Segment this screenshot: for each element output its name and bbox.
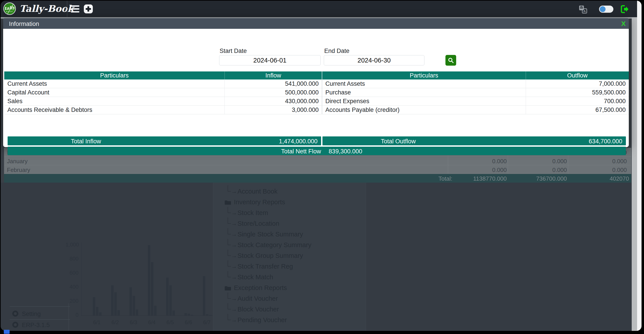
search-button[interactable] bbox=[446, 55, 456, 66]
menu-item-label: Inventory Reports bbox=[234, 198, 285, 206]
chart-bar bbox=[118, 310, 120, 316]
month-value: 0.000 bbox=[612, 158, 627, 165]
menu-item-label: Audit Voucher bbox=[238, 295, 278, 302]
chart-xtick: 6/7 bbox=[200, 319, 214, 326]
chart-bar bbox=[172, 311, 175, 316]
header-particulars-outflow: Particulars bbox=[322, 71, 526, 79]
menu-item-label: Stock Group Summary bbox=[238, 252, 303, 259]
chart-bar bbox=[114, 292, 117, 316]
end-date-input[interactable] bbox=[324, 55, 424, 65]
footer-divider-2 bbox=[10, 319, 70, 320]
month-value: 0.000 bbox=[612, 167, 627, 173]
total-inflow-value: 1,474,000.000 bbox=[279, 138, 318, 145]
modal-header: Information X bbox=[3, 18, 629, 29]
total-nett-flow-value: 839,300.000 bbox=[321, 147, 362, 155]
tree-connector bbox=[228, 314, 231, 320]
total-nett-flow-bar: Total Nett Flow 839,300.000 bbox=[8, 147, 626, 155]
chart-bar bbox=[191, 315, 193, 316]
background-total-value: 402070 bbox=[610, 175, 629, 182]
table-row-inflow-name: Current Assets bbox=[4, 79, 224, 88]
menu-icon[interactable] bbox=[71, 5, 80, 13]
tree-connector bbox=[228, 293, 231, 299]
information-modal: Information X Start Date End Date Partic… bbox=[3, 18, 629, 147]
month-value: 0.000 bbox=[492, 167, 507, 173]
table-row-outflow-value: 559,500.000 bbox=[526, 88, 629, 97]
column-divider bbox=[508, 157, 508, 165]
menu-item-stock-transfer-reg: →Stock Transfer Reg bbox=[213, 263, 366, 271]
search-icon bbox=[447, 57, 454, 64]
background-total-value: 1138770.000 bbox=[473, 175, 507, 182]
start-date-input[interactable] bbox=[219, 55, 321, 65]
header-particulars-inflow: Particulars bbox=[4, 71, 224, 79]
menu-item-label: Block Voucher bbox=[238, 306, 279, 313]
top-navbar: tally BOOK Tally-Book A bbox=[1, 1, 637, 17]
background-menu: →Account BookInventory Reports→Stock Ite… bbox=[213, 183, 366, 331]
chart-bar bbox=[99, 312, 102, 316]
add-icon[interactable] bbox=[84, 4, 93, 13]
background-total-row: Total: 1138770.000736700.000402070 bbox=[4, 174, 631, 183]
scrollbar[interactable] bbox=[632, 17, 637, 331]
menu-item-single-stock-summary: →Single Stock Summary bbox=[213, 230, 366, 238]
arrow-icon: → bbox=[231, 274, 237, 281]
arrow-icon: → bbox=[231, 220, 237, 227]
logout-icon[interactable] bbox=[620, 4, 630, 14]
chart-bar bbox=[169, 285, 172, 316]
arrow-icon: → bbox=[231, 263, 237, 270]
menu-item-label: Exception Reports bbox=[234, 284, 287, 292]
chart-x-axis bbox=[81, 316, 213, 316]
close-icon[interactable]: X bbox=[621, 20, 626, 27]
menu-item-account-book: →Account Book bbox=[213, 187, 366, 195]
folder-icon bbox=[224, 285, 231, 293]
chart-bar bbox=[111, 285, 114, 316]
app-logo: tally BOOK bbox=[3, 2, 16, 15]
tree-connector bbox=[228, 260, 231, 267]
version-label: ERP-3.1.5 bbox=[22, 322, 50, 329]
menu-item-label: Account Book bbox=[238, 188, 278, 195]
total-outflow-value: 634,700.000 bbox=[589, 138, 622, 145]
header-outflow: Outflow bbox=[526, 71, 629, 79]
version-icon bbox=[12, 322, 18, 328]
chart-bar bbox=[148, 245, 150, 316]
tree-connector bbox=[228, 271, 231, 277]
modal-body: Start Date End Date Particulars Inflow P… bbox=[3, 29, 629, 147]
app-title: Tally-Book bbox=[20, 3, 74, 14]
chart-y-axis bbox=[81, 242, 82, 316]
tree-connector bbox=[228, 250, 231, 256]
chart-xtick: 6/2 bbox=[108, 319, 122, 326]
chart-bar bbox=[188, 314, 190, 316]
menu-item-pending-voucher: →Pending Voucher bbox=[213, 316, 366, 324]
chart-bar bbox=[132, 296, 135, 316]
menu-item-label: Stock Item bbox=[238, 209, 268, 217]
arrow-icon: → bbox=[231, 317, 237, 324]
background-table-row: February0.0000.0000.000 bbox=[4, 165, 631, 174]
tree-connector bbox=[228, 303, 231, 310]
total-outflow-bar: Total Outflow 634,700.000 bbox=[322, 136, 626, 145]
table-row-inflow-value: 430,000.000 bbox=[224, 97, 322, 106]
chart-ytick: 800 bbox=[66, 256, 78, 262]
arrow-icon: → bbox=[231, 231, 237, 238]
navbar-divider bbox=[67, 1, 67, 17]
background-bar-chart: 1,00080060040020006/16/26/36/46/56/66/7 bbox=[66, 241, 222, 330]
month-value: 0.000 bbox=[552, 167, 567, 173]
total-inflow-bar: Total Inflow 1,474,000.000 bbox=[8, 136, 321, 145]
end-date-label: End Date bbox=[324, 48, 350, 54]
chart-bar bbox=[136, 310, 138, 316]
table-row-outflow-value: 67,500.000 bbox=[526, 106, 629, 114]
chart-ytick: 600 bbox=[66, 270, 78, 276]
menu-item-stock-category-summary: →Stock Category Summary bbox=[213, 241, 366, 249]
chart-xtick: 6/1 bbox=[90, 319, 104, 326]
window-frame bbox=[637, 1, 642, 331]
translate-icon[interactable]: A bbox=[578, 5, 588, 14]
header-inflow: Inflow bbox=[224, 71, 322, 79]
theme-toggle[interactable] bbox=[599, 5, 613, 13]
total-nett-flow-label: Total Nett Flow bbox=[8, 147, 321, 155]
menu-item-inventory-reports: Inventory Reports bbox=[213, 198, 366, 206]
month-value: 0.000 bbox=[552, 158, 567, 165]
chart-bar bbox=[151, 262, 154, 316]
chart-bar bbox=[184, 313, 187, 316]
table-row-inflow-value: 3,000.000 bbox=[224, 106, 322, 114]
menu-item-label: Stock Category Summary bbox=[238, 241, 311, 249]
tree-connector bbox=[228, 207, 231, 213]
chart-bar bbox=[93, 297, 95, 316]
chart-bar bbox=[96, 307, 98, 316]
